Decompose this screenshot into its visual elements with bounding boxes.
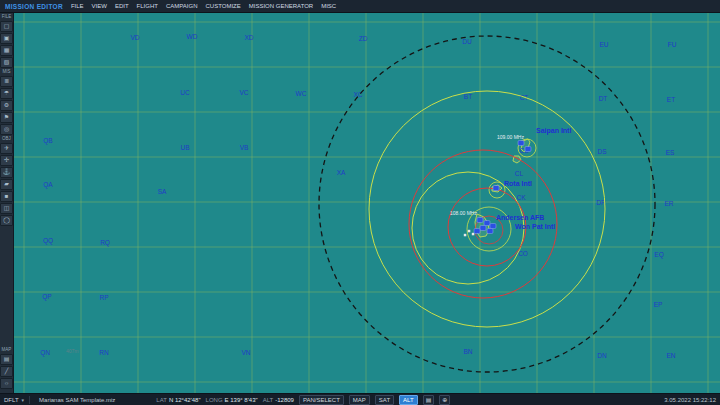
static-object-marker[interactable] [468,230,471,233]
static-object-marker[interactable] [472,233,475,236]
grid-label: CO [518,250,528,257]
grid-label: RN [99,349,109,356]
alt-label: ALT [263,397,274,403]
grid-label: VB [240,144,249,151]
mission-datetime: 3.05.2022 15:22:12 [664,397,716,403]
briefing-button[interactable]: ≣ [0,76,13,87]
divider [29,396,30,404]
theme-icon: ☼ [4,380,10,387]
airfield-label: Saipan Intl [536,127,571,135]
options-button[interactable]: ⚙ [0,100,13,111]
save-mission-icon: ▦ [4,47,10,54]
grid-label: BN [463,348,472,355]
new-mission-button[interactable]: ▢ [0,21,13,32]
grid-label: EP [654,301,663,308]
toolbar-section-label: MAP [2,347,12,353]
static-object-icon: ■ [5,193,9,200]
distance-button[interactable]: ╱ [0,366,13,377]
map-canvas[interactable]: VDWDXDZDDUEUFUUCVCWCXCBTCTDTETQBUBVBCSDS… [14,12,720,393]
chevron-down-icon: ▾ [22,397,25,403]
map-area[interactable]: VDWDXDZDDUEUFUUCVCWCXCBTCTDTETQBUBVBCSDS… [14,12,720,393]
save-mission-button[interactable]: ▦ [0,45,13,56]
unit-marker[interactable] [480,226,486,231]
static-object-marker[interactable] [464,234,467,237]
grid-label: EQ [654,251,663,259]
preset-label: DFLT [4,397,19,403]
unit-marker[interactable] [525,147,531,152]
map-view-button[interactable]: MAP [349,395,370,405]
distance-icon: ╱ [5,368,9,375]
ship-button[interactable]: ⚓ [0,167,13,178]
grid-label: DT [599,95,608,102]
unit-marker[interactable] [493,186,499,191]
grid-label: WC [296,90,307,97]
unit-marker[interactable] [487,229,493,234]
template-button[interactable]: ◫ [0,203,13,214]
trigger-zone-button[interactable]: ◯ [0,215,13,226]
menu-item-file[interactable]: FILE [71,3,84,9]
lat-label: LAT [156,397,167,403]
grid-label: ES [666,149,675,156]
sat-view-button[interactable]: SAT [375,395,394,405]
menu-item-edit[interactable]: EDIT [115,3,129,9]
save-as-button[interactable]: ▧ [0,57,13,68]
grid-label: DN [597,352,607,359]
static-object-button[interactable]: ■ [0,191,13,202]
menu-item-customize[interactable]: CUSTOMIZE [206,3,241,9]
layers-icon[interactable]: ▤ [423,395,435,405]
toolbar-sidebar: FILE▢▣▦▧MIS≣☂⚙⚑◎OBJ✈✢⚓▰■◫◯MAP▤╱☼ [0,12,14,393]
pan-select-button[interactable]: PAN/SELECT [299,395,344,405]
alt-toggle-button[interactable]: ALT [399,395,418,405]
menu-item-flight[interactable]: FLIGHT [137,3,158,9]
long-value: E 139° 8'43" [225,397,258,403]
triggers-button[interactable]: ⚑ [0,112,13,123]
theme-button[interactable]: ☼ [0,378,13,389]
briefing-icon: ≣ [4,78,9,85]
helicopter-button[interactable]: ✢ [0,155,13,166]
grid-label: RQ [100,239,110,247]
new-mission-icon: ▢ [4,23,10,30]
aircraft-button[interactable]: ✈ [0,143,13,154]
weather-button[interactable]: ☂ [0,88,13,99]
lat-value: N 12°42'48" [169,397,201,403]
unit-marker[interactable] [518,141,524,146]
unit-marker[interactable] [474,229,480,234]
unit-marker[interactable] [477,218,483,223]
ship-icon: ⚓ [3,169,11,176]
grid-label: QN [40,349,50,357]
grid-label: QP [42,293,51,301]
goals-button[interactable]: ◎ [0,124,13,135]
menu-item-view[interactable]: VIEW [92,3,107,9]
vehicle-icon: ▰ [4,181,9,188]
mission-filename: Marianas SAM Template.miz [39,397,115,403]
grid-label: QQ [43,237,53,245]
menu-item-campaign[interactable]: CAMPAIGN [166,3,198,9]
grid-label: CL [515,170,524,177]
menu-item-mission-generator[interactable]: MISSION GENERATOR [249,3,313,9]
center-map-icon[interactable]: ⊕ [439,395,450,405]
grid-label: VD [130,34,139,41]
cursor-longitude: LONG E 139° 8'43" [206,397,258,403]
grid-label: RP [99,294,108,301]
grid-label: CK [516,194,526,201]
grid-label: FU [668,41,677,48]
app-title: MISSION EDITOR [5,3,63,10]
open-mission-button[interactable]: ▣ [0,33,13,44]
grid-label: UC [180,89,190,96]
unit-marker[interactable] [484,221,490,226]
unit-marker[interactable] [490,224,496,229]
triggers-icon: ⚑ [4,114,9,121]
toolbar-section-file: FILE▢▣▦▧ [0,14,13,68]
layers-button[interactable]: ▤ [0,354,13,365]
menu-item-misc[interactable]: MISC [321,3,336,9]
layers-icon: ▤ [4,356,10,363]
airfield-label: Rota Intl [504,180,532,187]
grid-label: VC [239,89,248,96]
preset-selector[interactable]: DFLT ▾ [4,397,24,403]
vehicle-button[interactable]: ▰ [0,179,13,190]
toolbar-section-mis: MIS≣☂⚙⚑◎ [0,69,13,135]
long-label: LONG [206,397,223,403]
toolbar-section-obj: OBJ✈✢⚓▰■◫◯ [0,136,13,226]
trigger-zone-icon: ◯ [3,217,10,224]
grid-label: DU [462,38,472,45]
